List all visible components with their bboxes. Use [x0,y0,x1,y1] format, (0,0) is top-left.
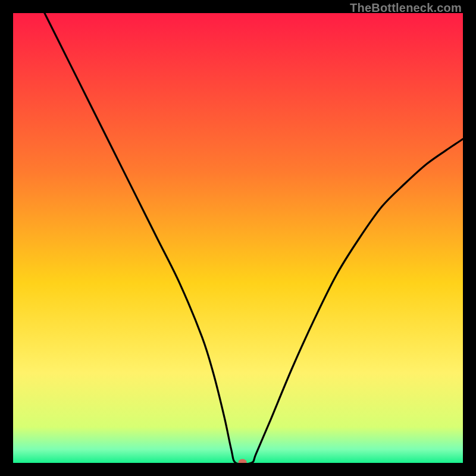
plot-area [13,13,463,463]
bottleneck-chart [13,13,463,463]
chart-background [13,13,463,463]
chart-frame: TheBottleneck.com [0,0,476,476]
